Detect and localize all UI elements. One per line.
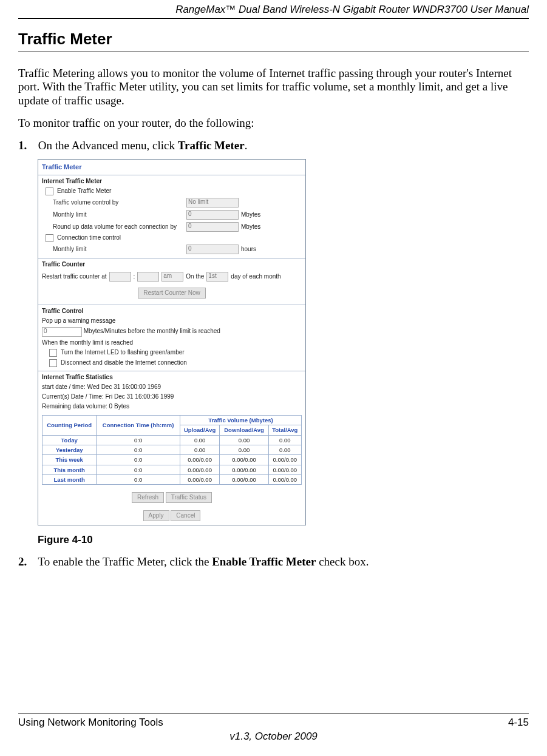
cell-total: 0.00 [268, 445, 301, 454]
monthly-limit-hours-unit: hours [241, 246, 256, 253]
popup-warning-label: Pop up a warning message [38, 316, 305, 326]
cell-total: 0.00 [268, 435, 301, 445]
step-2-number: 2. [18, 555, 35, 569]
section-traffic-control: Traffic Control [38, 305, 305, 316]
restart-label-a: Restart traffic counter at [42, 273, 107, 280]
enable-traffic-meter-checkbox[interactable] [46, 187, 53, 195]
cell-down: 0.00/0.00 [220, 455, 268, 465]
stats-remaining: Remaining data volume: 0 Bytes [38, 402, 305, 411]
cell-conn: 0:0 [97, 475, 180, 485]
step-2-text-c: check box. [316, 555, 369, 568]
step-2: 2. To enable the Traffic Meter, click th… [18, 555, 529, 569]
cell-up: 0.00/0.00 [180, 465, 220, 474]
disconnect-label: Disconnect and disable the Internet conn… [61, 359, 187, 366]
cell-down: 0.00 [220, 445, 268, 454]
restart-label-b: On the [186, 273, 204, 280]
cell-up: 0.00/0.00 [180, 455, 220, 465]
doc-header-title: RangeMax™ Dual Band Wireless-N Gigabit R… [18, 4, 529, 16]
apply-button[interactable]: Apply [143, 510, 169, 521]
th-traffic-volume: Traffic Volume (Mbytes) [180, 415, 301, 425]
footer-rule [18, 714, 529, 714]
led-flashing-label: Turn the Internet LED to flashing green/… [61, 349, 185, 356]
monthly-limit-mb-input[interactable]: 0 [186, 210, 239, 220]
cell-total: 0.00/0.00 [268, 455, 301, 465]
connection-time-control-checkbox[interactable] [46, 234, 53, 242]
cell-conn: 0:0 [97, 465, 180, 474]
disconnect-checkbox[interactable] [49, 359, 57, 367]
enable-traffic-meter-label: Enable Traffic Meter [57, 187, 111, 194]
restart-day-select[interactable]: 1st [206, 272, 228, 282]
monthly-limit-mb-unit: Mbytes [241, 211, 260, 218]
cell-period: Today [42, 435, 97, 445]
roundup-unit: Mbytes [241, 223, 260, 231]
table-row: Yesterday 0:0 0.00 0.00 0.00 [42, 445, 302, 454]
stats-start-date: start date / time: Wed Dec 31 16:00:00 1… [38, 382, 305, 392]
cell-total: 0.00/0.00 [268, 475, 301, 485]
footer-right: 4-15 [508, 717, 529, 729]
section-traffic-counter: Traffic Counter [38, 258, 305, 269]
header-rule [18, 18, 529, 19]
th-conn-time: Connection Time (hh:mm) [97, 415, 180, 435]
cell-up: 0.00 [180, 445, 220, 454]
footer-left: Using Network Monitoring Tools [18, 717, 163, 729]
footer-center: v1.3, October 2009 [18, 731, 529, 743]
monthly-limit-mb-label: Monthly limit [53, 211, 186, 218]
connection-time-control-label: Connection time control [57, 234, 121, 241]
stats-current-date: Current(s) Date / Time: Fri Dec 31 16:00… [38, 392, 305, 402]
traffic-status-button[interactable]: Traffic Status [166, 492, 212, 503]
stats-table: Counting Period Connection Time (hh:mm) … [42, 415, 302, 485]
th-total-avg: Total/Avg [268, 425, 301, 435]
when-reached-label: When the monthly limit is reached [38, 338, 305, 348]
step-1-text-b: Traffic Meter [178, 139, 245, 152]
section-rule [18, 52, 529, 52]
roundup-label: Round up data volume for each connection… [53, 223, 186, 231]
cell-conn: 0:0 [97, 435, 180, 445]
restart-colon: : [134, 273, 135, 280]
popup-warning-input[interactable]: 0 [42, 327, 82, 337]
cell-up: 0.00/0.00 [180, 475, 220, 485]
lead-paragraph: To monitor traffic on your router, do th… [18, 116, 529, 130]
monthly-limit-hours-label: Monthly limit [53, 246, 186, 253]
screenshot-traffic-meter: Traffic Meter Internet Traffic Meter Ena… [38, 159, 306, 526]
step-1-text-a: On the Advanced menu, click [38, 139, 178, 152]
cell-total: 0.00/0.00 [268, 465, 301, 474]
table-row: Last month 0:0 0.00/0.00 0.00/0.00 0.00/… [42, 475, 302, 485]
figure-caption: Figure 4-10 [38, 534, 529, 546]
monthly-limit-hours-input[interactable]: 0 [186, 245, 239, 254]
th-download-avg: Download/Avg [220, 425, 268, 435]
intro-paragraph: Traffic Metering allows you to monitor t… [18, 67, 529, 108]
cell-conn: 0:0 [97, 445, 180, 454]
section-title: Traffic Meter [18, 30, 529, 49]
th-period: Counting Period [42, 415, 97, 435]
section-traffic-statistics: Internet Traffic Statistics [38, 371, 305, 382]
cell-period: This week [42, 455, 97, 465]
traffic-volume-control-label: Traffic volume control by [53, 199, 186, 206]
restart-ampm-select[interactable]: am [161, 272, 183, 282]
cell-conn: 0:0 [97, 455, 180, 465]
restart-hh-input[interactable] [109, 272, 131, 282]
restart-label-c: day of each month [231, 273, 280, 280]
refresh-button[interactable]: Refresh [132, 492, 164, 503]
restart-counter-now-button[interactable]: Restart Counter Now [138, 288, 205, 299]
panel-title: Traffic Meter [38, 160, 305, 172]
cell-down: 0.00/0.00 [220, 475, 268, 485]
cell-period: Yesterday [42, 445, 97, 454]
led-flashing-checkbox[interactable] [49, 349, 57, 357]
table-row: This week 0:0 0.00/0.00 0.00/0.00 0.00/0… [42, 455, 302, 465]
cancel-button[interactable]: Cancel [171, 510, 200, 521]
th-upload-avg: Upload/Avg [180, 425, 220, 435]
table-row: This month 0:0 0.00/0.00 0.00/0.00 0.00/… [42, 465, 302, 474]
step-1: 1. On the Advanced menu, click Traffic M… [18, 139, 529, 547]
step-1-text-c: . [245, 139, 248, 152]
popup-warning-tail: Mbytes/Minutes before the monthly limit … [84, 328, 220, 334]
step-2-text-a: To enable the Traffic Meter, click the [38, 555, 212, 568]
table-row: Today 0:0 0.00 0.00 0.00 [42, 435, 302, 445]
traffic-volume-control-select[interactable]: No limit [186, 198, 239, 208]
cell-up: 0.00 [180, 435, 220, 445]
restart-mm-input[interactable] [137, 272, 159, 282]
step-1-number: 1. [18, 139, 35, 153]
cell-down: 0.00 [220, 435, 268, 445]
step-2-text-b: Enable Traffic Meter [212, 555, 316, 568]
cell-down: 0.00/0.00 [220, 465, 268, 474]
roundup-input[interactable]: 0 [186, 222, 239, 232]
